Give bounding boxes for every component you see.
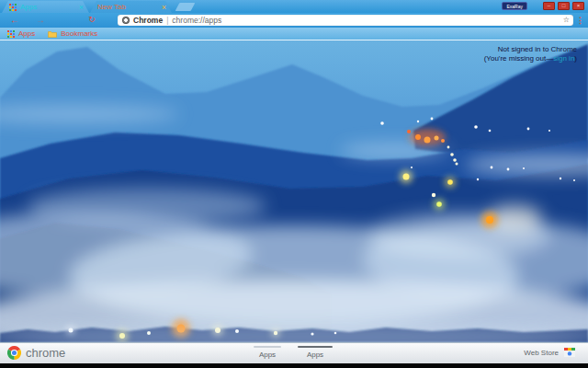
- tab-strip: Apps × New Tab × ExaRay – □ ×: [0, 0, 588, 13]
- signin-line2: (You're missing out—sign in): [484, 54, 577, 63]
- bookmark-label: Apps: [18, 29, 35, 38]
- pager-item-apps-2[interactable]: Apps: [298, 346, 333, 359]
- forward-button[interactable]: →: [33, 14, 48, 26]
- signin-notice: Not signed in to Chrome (You're missing …: [484, 45, 577, 63]
- toolbar: ← → ↻ Chrome | chrome://apps ☆ ⋮: [0, 13, 588, 28]
- bookmarks-bar-folder[interactable]: Bookmarks: [48, 29, 97, 38]
- signin-line1: Not signed in to Chrome: [484, 45, 577, 54]
- pager-indicator: [254, 346, 281, 348]
- pager-indicator: [298, 346, 333, 348]
- tab-close-icon[interactable]: ×: [79, 4, 84, 11]
- maximize-button[interactable]: □: [558, 2, 570, 10]
- bookmarks-bar: Apps Bookmarks: [0, 28, 588, 40]
- wallpaper-image: [0, 40, 588, 342]
- tab-label: Apps: [20, 4, 75, 11]
- folder-icon: [48, 30, 57, 38]
- address-url: chrome://apps: [172, 16, 221, 25]
- tab-new-tab[interactable]: New Tab ×: [90, 1, 172, 13]
- web-store-link[interactable]: Web Store: [524, 348, 575, 357]
- apps-grid-icon: [9, 4, 17, 11]
- address-separator: |: [166, 16, 168, 25]
- tab-close-icon[interactable]: ×: [162, 4, 166, 11]
- tab-apps[interactable]: Apps ×: [2, 1, 89, 13]
- new-tab-button[interactable]: [175, 3, 196, 11]
- address-bar[interactable]: Chrome | chrome://apps: [118, 15, 573, 26]
- new-tab-page: Not signed in to Chrome (You're missing …: [0, 40, 588, 342]
- browser-menu-icon[interactable]: ⋮: [576, 14, 584, 27]
- minimize-button[interactable]: –: [543, 2, 555, 10]
- web-store-icon: [564, 348, 575, 357]
- back-button[interactable]: ←: [7, 14, 22, 26]
- bookmark-star-icon[interactable]: ☆: [563, 16, 570, 25]
- tab-label: New Tab: [97, 4, 158, 11]
- browser-window: Apps × New Tab × ExaRay – □ × ← → ↻ Chro…: [0, 0, 588, 368]
- close-button[interactable]: ×: [572, 2, 584, 10]
- bookmarks-bar-apps[interactable]: Apps: [7, 29, 35, 38]
- launcher-bar: chrome Apps Apps Web Store: [0, 342, 588, 363]
- sign-in-link[interactable]: sign in: [553, 54, 574, 63]
- window-controls: – □ ×: [543, 2, 584, 10]
- taskbar-edge: [0, 363, 588, 368]
- chrome-logo-icon: [7, 346, 21, 360]
- chrome-brand: chrome: [7, 346, 65, 360]
- apps-pager: Apps Apps: [254, 346, 333, 359]
- brand-label: chrome: [26, 346, 65, 360]
- site-label: Chrome: [133, 16, 163, 25]
- extension-badge[interactable]: ExaRay: [502, 2, 527, 10]
- chrome-site-icon: [122, 17, 130, 24]
- reload-button[interactable]: ↻: [85, 14, 99, 26]
- apps-grid-icon: [7, 30, 15, 38]
- pager-item-apps-1[interactable]: Apps: [254, 346, 281, 359]
- bookmark-label: Bookmarks: [61, 29, 97, 38]
